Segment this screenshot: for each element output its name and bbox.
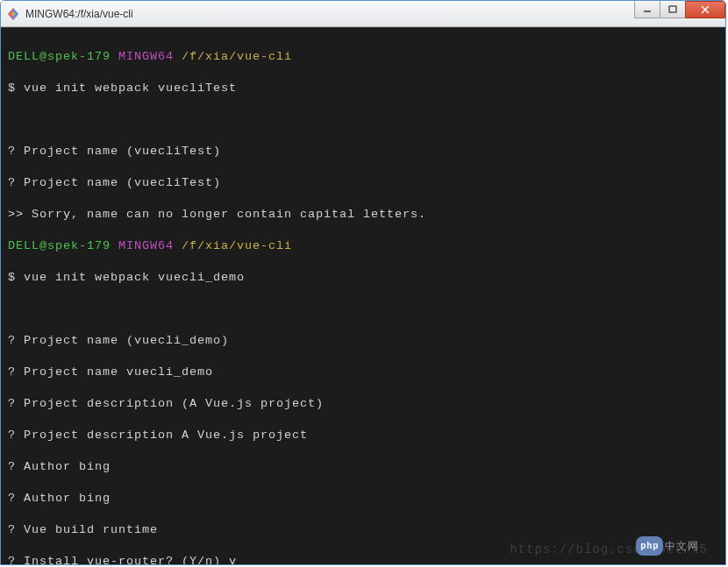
terminal-line: ? Author bing: [8, 491, 718, 507]
prompt-env: MINGW64: [118, 50, 174, 63]
terminal-line: [8, 301, 718, 317]
terminal-line: DELL@spek-179 MINGW64 /f/xia/vue-cli: [8, 238, 718, 254]
terminal-line: ? Project name vuecli_demo: [8, 365, 718, 380]
prompt-env: MINGW64: [118, 239, 174, 252]
prompt-user: DELL@spek-179: [8, 50, 111, 63]
terminal-line: [8, 112, 718, 128]
terminal-line: ? Project name (vuecli_demo): [8, 333, 718, 349]
prompt-path: /f/xia/vue-cli: [182, 239, 292, 252]
svg-rect-2: [669, 6, 676, 12]
prompt-path: /f/xia/vue-cli: [182, 50, 292, 63]
window-controls: [635, 1, 725, 18]
maximize-button[interactable]: [660, 1, 686, 18]
corner-cn-text: 中文网: [665, 538, 699, 554]
terminal-line: ? Project name (vuecliTest): [8, 144, 718, 159]
terminal-line: $ vue init webpack vuecli_demo: [8, 270, 718, 286]
terminal-line: ? Project description (A Vue.js project): [8, 396, 718, 412]
prompt-user: DELL@spek-179: [8, 239, 111, 252]
minimize-button[interactable]: [634, 1, 660, 18]
svg-point-0: [11, 12, 15, 16]
terminal-line: ? Author bing: [8, 459, 718, 475]
terminal-line: >> Sorry, name can no longer contain cap…: [8, 207, 718, 223]
terminal-line: ? Project name (vuecliTest): [8, 175, 718, 191]
window-title: MINGW64:/f/xia/vue-cli: [25, 8, 720, 20]
app-window: MINGW64:/f/xia/vue-cli DELL@spek-179 MIN…: [0, 0, 726, 565]
terminal[interactable]: DELL@spek-179 MINGW64 /f/xia/vue-cli $ v…: [1, 27, 725, 564]
php-badge: php: [636, 536, 663, 556]
app-icon: [6, 7, 20, 21]
terminal-line: DELL@spek-179 MINGW64 /f/xia/vue-cli: [8, 49, 718, 65]
close-button[interactable]: [685, 1, 725, 18]
titlebar[interactable]: MINGW64:/f/xia/vue-cli: [1, 1, 725, 27]
corner-logo: php 中文网: [636, 536, 699, 556]
terminal-line: $ vue init webpack vuecliTest: [8, 81, 718, 96]
terminal-line: ? Vue build runtime: [8, 522, 718, 538]
terminal-line: ? Project description A Vue.js project: [8, 428, 718, 443]
